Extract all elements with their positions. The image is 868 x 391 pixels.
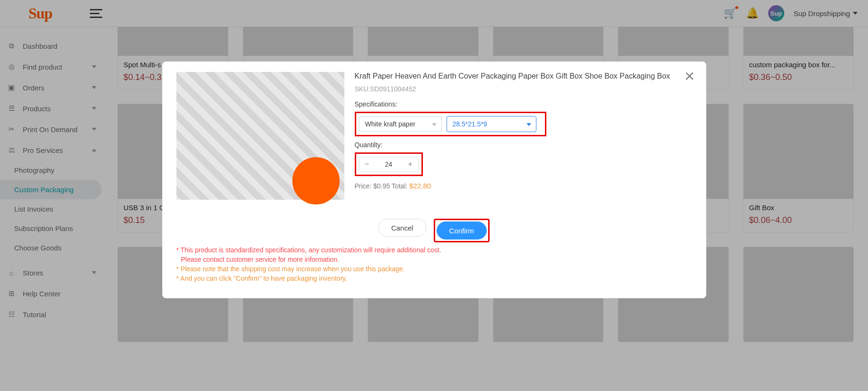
spec-material-select[interactable]: White kraft paper (359, 116, 442, 132)
quantity-stepper: − + (359, 157, 419, 172)
modal-actions: Cancel Confirm (176, 219, 692, 242)
specifications-label: Specifications: (355, 100, 692, 108)
quantity-label: Quantilty: (355, 141, 692, 149)
modal-notes: * This product is standardized specifica… (176, 246, 692, 282)
modal-title: Kraft Paper Heaven And Earth Cover Packa… (355, 72, 692, 80)
confirm-highlight: Confirm (434, 219, 490, 242)
quantity-highlight: − + (355, 152, 423, 176)
note-line: * And you can click "Confirm" to have pa… (176, 275, 692, 282)
close-icon[interactable]: ✕ (684, 70, 695, 83)
note-line: * This product is standardized specifica… (176, 246, 692, 254)
note-line: Please contact customer service for more… (176, 256, 692, 263)
qty-decrease-button[interactable]: − (359, 157, 375, 171)
product-modal: ✕ Kraft Paper Heaven And Earth Cover Pac… (162, 62, 706, 298)
select-value: 28.5*21.5*9 (453, 120, 487, 128)
select-value: White kraft paper (365, 120, 416, 128)
modal-overlay: ✕ Kraft Paper Heaven And Earth Cover Pac… (0, 0, 868, 391)
qty-increase-button[interactable]: + (403, 157, 418, 171)
note-line: * Please note that the shipping cost may… (176, 265, 692, 273)
modal-sku: SKU:SD0911004452 (355, 85, 692, 93)
confirm-button[interactable]: Confirm (437, 222, 487, 240)
modal-product-image (176, 72, 344, 200)
specifications-highlight: White kraft paper 28.5*21.5*9 (355, 112, 546, 136)
qty-input[interactable] (375, 157, 403, 171)
price-line: Price: $0.95 Total: $22.80 (355, 182, 692, 190)
cancel-button[interactable]: Cancel (378, 219, 426, 237)
spec-size-select[interactable]: 28.5*21.5*9 (447, 116, 536, 132)
